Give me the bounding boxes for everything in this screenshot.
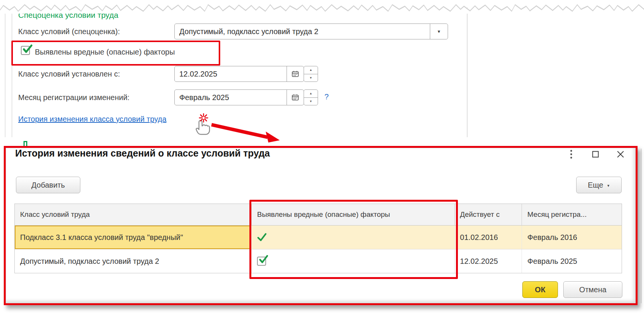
more-button[interactable]: Еще ▼ [576,177,622,193]
table-header-row: Класс условий труда Выявлены вредные (оп… [15,204,622,226]
close-icon [616,150,625,158]
cancel-button-label: Отмена [579,285,606,294]
stepper-up-icon[interactable]: ▲ [304,66,318,74]
class-field-label: Класс условий (спецоценка): [18,27,120,36]
add-button[interactable]: Добавить [16,177,80,193]
help-link[interactable]: ? [324,92,329,101]
check-icon [22,44,33,55]
chevron-down-icon: ▼ [606,183,610,188]
more-button-label: Еще [588,181,603,190]
window-left-edge [5,9,5,137]
established-field-label: Класс условий установлен с: [18,70,120,78]
cell-factors [251,226,454,249]
month-field-value: Февраль 2025 [175,90,287,105]
cell-month: Февраль 2016 [522,226,622,249]
history-table: Класс условий труда Выявлены вредные (оп… [14,204,622,273]
kebab-icon [570,149,572,159]
column-header-factors[interactable]: Выявлены вредные (опасные) факторы [251,204,454,225]
stepper-down-icon[interactable]: ▼ [304,98,318,105]
month-field-label: Месяц регистрации изменений: [18,93,130,102]
history-link[interactable]: История изменения класса условий труда [18,115,166,124]
annotation-arrow [205,119,288,146]
class-combobox-value: Допустимый, подкласс условий труда 2 [175,24,430,39]
cell-date: 12.02.2025 [454,249,522,273]
close-button[interactable] [615,149,626,160]
dialog-title: История изменения сведений о классе усло… [15,148,270,159]
established-date-value: 12.02.2025 [175,66,287,81]
cell-class: Допустимый, подкласс условий труда 2 [15,249,251,273]
section-title: Спецоценка условий труда [18,11,118,20]
click-burst-icon [199,113,208,123]
maximize-icon [592,150,599,158]
column-header-class[interactable]: Класс условий труда [15,204,251,225]
cell-month: Февраль 2025 [522,249,622,273]
ok-button-label: ОК [535,285,545,294]
screenshot-root: Спецоценка условий труда Класс условий (… [0,0,644,315]
row-factors-checkbox[interactable] [257,257,266,266]
table-row[interactable]: Подкласс 3.1 класса условий труда "вредн… [15,226,622,249]
cancel-button[interactable]: Отмена [563,281,622,298]
factors-checkbox-label[interactable]: Выявлены вредные (опасные) факторы [35,48,175,56]
hidden-section-fragment [24,141,27,146]
check-icon [259,255,268,265]
panel-divider [467,8,467,137]
kebab-menu-button[interactable] [566,149,577,160]
cursor-hand-icon [194,116,212,136]
chevron-down-icon[interactable]: ▼ [430,24,448,39]
established-date-field[interactable]: 12.02.2025 [174,66,304,82]
cell-date: 01.02.2016 [454,226,522,249]
check-icon [257,232,267,242]
table-row[interactable]: Допустимый, подкласс условий труда 2 12.… [15,249,622,273]
add-button-label: Добавить [31,181,65,190]
stepper-down-icon[interactable]: ▼ [304,74,318,82]
month-field[interactable]: Февраль 2025 [174,89,304,105]
column-header-date[interactable]: Действует с [454,204,522,225]
ok-button[interactable]: ОК [522,281,558,298]
maximize-button[interactable] [590,149,601,160]
outer-window-edge [641,149,641,303]
column-header-month[interactable]: Месяц регистра... [522,204,622,225]
month-field-stepper[interactable]: ▲ ▼ [304,89,318,105]
established-date-stepper[interactable]: ▲ ▼ [304,66,318,82]
panel-left-border [12,8,12,137]
cell-factors [251,249,454,273]
calendar-icon[interactable] [287,90,304,105]
cell-class: Подкласс 3.1 класса условий труда "вредн… [15,226,251,249]
calendar-icon[interactable] [287,66,304,81]
class-combobox[interactable]: Допустимый, подкласс условий труда 2 ▼ [174,24,448,39]
factors-checkbox[interactable] [21,46,30,55]
stepper-up-icon[interactable]: ▲ [304,90,318,98]
